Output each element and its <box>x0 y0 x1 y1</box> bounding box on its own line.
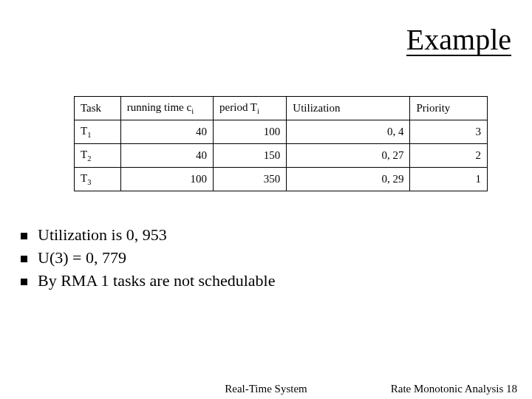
footer-label: Rate Monotonic Analysis <box>391 383 504 395</box>
list-item: By RMA 1 tasks are not schedulable <box>21 271 275 290</box>
task-label: T <box>81 125 87 137</box>
col-period-text: period T <box>219 101 257 113</box>
table-row: T2 40 150 0, 27 2 <box>75 144 488 168</box>
footer-right: Rate Monotonic Analysis 18 <box>391 383 517 395</box>
cell-task: T2 <box>75 144 121 168</box>
task-sub: 3 <box>87 178 91 186</box>
cell-priority: 3 <box>410 120 488 144</box>
col-running-time: running time ci <box>120 97 213 120</box>
slide-title: Example <box>406 25 511 56</box>
col-task: Task <box>75 97 121 120</box>
cell-task: T3 <box>75 168 121 191</box>
task-table: Task running time ci period Ti Utilizati… <box>74 96 488 191</box>
cell-running: 100 <box>120 168 213 191</box>
cell-util: 0, 29 <box>287 168 410 191</box>
col-running-time-text: running time c <box>127 101 191 113</box>
list-item: Utilization is 0, 953 <box>21 225 275 245</box>
task-label: T <box>81 149 87 160</box>
cell-priority: 1 <box>410 168 488 191</box>
col-period: period Ti <box>214 97 287 120</box>
page-number: 18 <box>506 383 517 395</box>
table-header-row: Task running time ci period Ti Utilizati… <box>75 97 488 120</box>
task-sub: 1 <box>87 131 91 139</box>
cell-running: 40 <box>120 144 213 168</box>
list-item-text: Utilization is 0, 953 <box>38 225 167 245</box>
list-item-text: By RMA 1 tasks are not schedulable <box>38 271 275 290</box>
cell-task: T1 <box>75 120 121 144</box>
list-item: U(3) = 0, 779 <box>21 248 275 267</box>
col-running-time-sub: i <box>191 107 194 115</box>
square-bullet-icon <box>21 279 27 285</box>
table-row: T3 100 350 0, 29 1 <box>75 168 488 191</box>
table-row: T1 40 100 0, 4 3 <box>75 120 488 144</box>
cell-period: 100 <box>214 120 287 144</box>
cell-running: 40 <box>120 120 213 144</box>
cell-period: 350 <box>214 168 287 191</box>
col-utilization: Utilization <box>287 97 410 120</box>
cell-util: 0, 4 <box>287 120 410 144</box>
square-bullet-icon <box>21 256 27 262</box>
cell-period: 150 <box>214 144 287 168</box>
cell-priority: 2 <box>410 144 488 168</box>
square-bullet-icon <box>21 233 27 239</box>
col-period-sub: i <box>257 107 259 115</box>
list-item-text: U(3) = 0, 779 <box>38 248 126 267</box>
cell-util: 0, 27 <box>287 144 410 168</box>
task-label: T <box>81 172 87 184</box>
bullet-list: Utilization is 0, 953 U(3) = 0, 779 By R… <box>21 222 275 294</box>
task-sub: 2 <box>87 154 91 163</box>
col-priority: Priority <box>410 97 488 120</box>
